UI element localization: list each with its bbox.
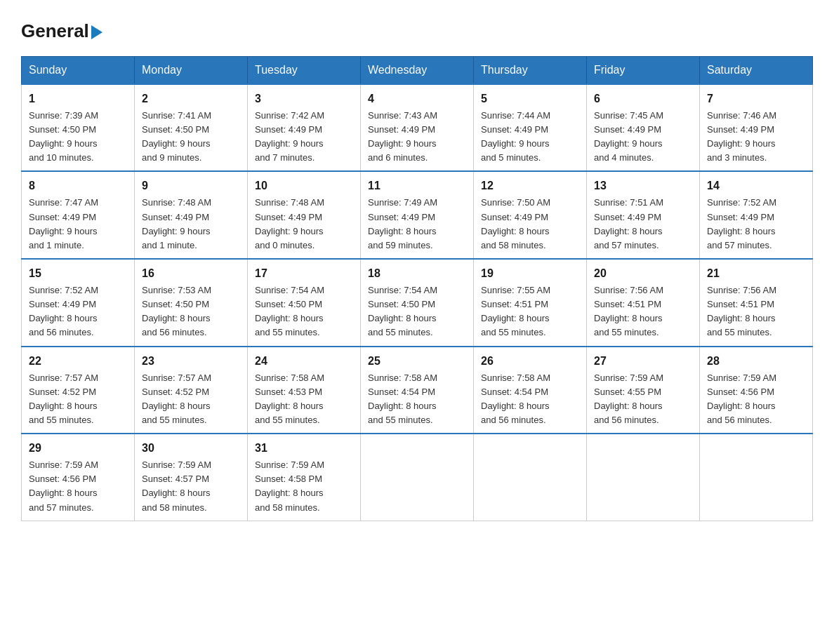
- day-info: Sunrise: 7:56 AM Sunset: 4:51 PM Dayligh…: [707, 283, 805, 340]
- day-number: 3: [255, 90, 353, 107]
- day-info: Sunrise: 7:45 AM Sunset: 4:49 PM Dayligh…: [594, 109, 692, 166]
- day-number: 11: [368, 177, 466, 194]
- day-number: 7: [707, 90, 805, 107]
- day-number: 30: [142, 440, 240, 457]
- page-header: General: [21, 21, 813, 42]
- calendar-day-cell: 11Sunrise: 7:49 AM Sunset: 4:49 PM Dayli…: [361, 171, 474, 259]
- calendar-day-cell: 20Sunrise: 7:56 AM Sunset: 4:51 PM Dayli…: [587, 259, 700, 347]
- day-info: Sunrise: 7:52 AM Sunset: 4:49 PM Dayligh…: [29, 283, 127, 340]
- day-info: Sunrise: 7:54 AM Sunset: 4:50 PM Dayligh…: [368, 283, 466, 340]
- calendar-day-cell: 23Sunrise: 7:57 AM Sunset: 4:52 PM Dayli…: [135, 347, 248, 434]
- day-info: Sunrise: 7:39 AM Sunset: 4:50 PM Dayligh…: [29, 109, 127, 166]
- day-info: Sunrise: 7:48 AM Sunset: 4:49 PM Dayligh…: [255, 196, 353, 253]
- column-header-monday: Monday: [135, 56, 248, 84]
- calendar-day-cell: 25Sunrise: 7:58 AM Sunset: 4:54 PM Dayli…: [361, 347, 474, 434]
- column-header-thursday: Thursday: [474, 56, 587, 84]
- calendar-day-cell: 9Sunrise: 7:48 AM Sunset: 4:49 PM Daylig…: [135, 171, 248, 259]
- logo: General: [21, 21, 102, 42]
- day-info: Sunrise: 7:49 AM Sunset: 4:49 PM Dayligh…: [368, 196, 466, 253]
- calendar-day-cell: 21Sunrise: 7:56 AM Sunset: 4:51 PM Dayli…: [700, 259, 813, 347]
- day-info: Sunrise: 7:50 AM Sunset: 4:49 PM Dayligh…: [481, 196, 579, 253]
- day-info: Sunrise: 7:59 AM Sunset: 4:57 PM Dayligh…: [142, 458, 240, 515]
- day-info: Sunrise: 7:51 AM Sunset: 4:49 PM Dayligh…: [594, 196, 692, 253]
- day-info: Sunrise: 7:43 AM Sunset: 4:49 PM Dayligh…: [368, 109, 466, 166]
- calendar-day-cell: 27Sunrise: 7:59 AM Sunset: 4:55 PM Dayli…: [587, 347, 700, 434]
- day-number: 8: [29, 177, 127, 194]
- calendar-day-cell: 18Sunrise: 7:54 AM Sunset: 4:50 PM Dayli…: [361, 259, 474, 347]
- day-info: Sunrise: 7:59 AM Sunset: 4:55 PM Dayligh…: [594, 371, 692, 428]
- calendar-empty-cell: [474, 434, 587, 521]
- calendar-week-row: 29Sunrise: 7:59 AM Sunset: 4:56 PM Dayli…: [22, 434, 813, 521]
- day-info: Sunrise: 7:53 AM Sunset: 4:50 PM Dayligh…: [142, 283, 240, 340]
- day-number: 22: [29, 353, 127, 370]
- calendar-day-cell: 17Sunrise: 7:54 AM Sunset: 4:50 PM Dayli…: [248, 259, 361, 347]
- calendar-day-cell: 5Sunrise: 7:44 AM Sunset: 4:49 PM Daylig…: [474, 84, 587, 172]
- day-number: 5: [481, 90, 579, 107]
- day-info: Sunrise: 7:58 AM Sunset: 4:54 PM Dayligh…: [368, 371, 466, 428]
- day-number: 27: [594, 353, 692, 370]
- day-info: Sunrise: 7:44 AM Sunset: 4:49 PM Dayligh…: [481, 109, 579, 166]
- day-number: 20: [594, 265, 692, 282]
- calendar-day-cell: 1Sunrise: 7:39 AM Sunset: 4:50 PM Daylig…: [22, 84, 135, 172]
- day-number: 17: [255, 265, 353, 282]
- calendar-week-row: 1Sunrise: 7:39 AM Sunset: 4:50 PM Daylig…: [22, 84, 813, 172]
- day-number: 6: [594, 90, 692, 107]
- calendar-empty-cell: [361, 434, 474, 521]
- day-info: Sunrise: 7:59 AM Sunset: 4:56 PM Dayligh…: [707, 371, 805, 428]
- calendar-day-cell: 3Sunrise: 7:42 AM Sunset: 4:49 PM Daylig…: [248, 84, 361, 172]
- day-number: 1: [29, 90, 127, 107]
- day-info: Sunrise: 7:41 AM Sunset: 4:50 PM Dayligh…: [142, 109, 240, 166]
- day-number: 29: [29, 440, 127, 457]
- calendar-day-cell: 29Sunrise: 7:59 AM Sunset: 4:56 PM Dayli…: [22, 434, 135, 521]
- day-number: 18: [368, 265, 466, 282]
- calendar-day-cell: 4Sunrise: 7:43 AM Sunset: 4:49 PM Daylig…: [361, 84, 474, 172]
- day-number: 21: [707, 265, 805, 282]
- calendar-day-cell: 12Sunrise: 7:50 AM Sunset: 4:49 PM Dayli…: [474, 171, 587, 259]
- calendar-day-cell: 30Sunrise: 7:59 AM Sunset: 4:57 PM Dayli…: [135, 434, 248, 521]
- day-number: 28: [707, 353, 805, 370]
- day-info: Sunrise: 7:46 AM Sunset: 4:49 PM Dayligh…: [707, 109, 805, 166]
- calendar-empty-cell: [700, 434, 813, 521]
- day-number: 24: [255, 353, 353, 370]
- day-info: Sunrise: 7:59 AM Sunset: 4:58 PM Dayligh…: [255, 458, 353, 515]
- calendar-empty-cell: [587, 434, 700, 521]
- calendar-day-cell: 16Sunrise: 7:53 AM Sunset: 4:50 PM Dayli…: [135, 259, 248, 347]
- day-number: 14: [707, 177, 805, 194]
- calendar-day-cell: 2Sunrise: 7:41 AM Sunset: 4:50 PM Daylig…: [135, 84, 248, 172]
- day-info: Sunrise: 7:57 AM Sunset: 4:52 PM Dayligh…: [142, 371, 240, 428]
- column-header-saturday: Saturday: [700, 56, 813, 84]
- calendar-day-cell: 31Sunrise: 7:59 AM Sunset: 4:58 PM Dayli…: [248, 434, 361, 521]
- day-number: 31: [255, 440, 353, 457]
- calendar-day-cell: 24Sunrise: 7:58 AM Sunset: 4:53 PM Dayli…: [248, 347, 361, 434]
- day-info: Sunrise: 7:55 AM Sunset: 4:51 PM Dayligh…: [481, 283, 579, 340]
- day-info: Sunrise: 7:48 AM Sunset: 4:49 PM Dayligh…: [142, 196, 240, 253]
- calendar-day-cell: 6Sunrise: 7:45 AM Sunset: 4:49 PM Daylig…: [587, 84, 700, 172]
- day-info: Sunrise: 7:58 AM Sunset: 4:53 PM Dayligh…: [255, 371, 353, 428]
- calendar-week-row: 8Sunrise: 7:47 AM Sunset: 4:49 PM Daylig…: [22, 171, 813, 259]
- calendar-day-cell: 15Sunrise: 7:52 AM Sunset: 4:49 PM Dayli…: [22, 259, 135, 347]
- day-info: Sunrise: 7:54 AM Sunset: 4:50 PM Dayligh…: [255, 283, 353, 340]
- calendar-day-cell: 14Sunrise: 7:52 AM Sunset: 4:49 PM Dayli…: [700, 171, 813, 259]
- calendar-day-cell: 13Sunrise: 7:51 AM Sunset: 4:49 PM Dayli…: [587, 171, 700, 259]
- day-info: Sunrise: 7:52 AM Sunset: 4:49 PM Dayligh…: [707, 196, 805, 253]
- logo-general: General: [21, 20, 89, 41]
- calendar-table: SundayMondayTuesdayWednesdayThursdayFrid…: [21, 56, 813, 521]
- day-info: Sunrise: 7:59 AM Sunset: 4:56 PM Dayligh…: [29, 458, 127, 515]
- day-info: Sunrise: 7:58 AM Sunset: 4:54 PM Dayligh…: [481, 371, 579, 428]
- day-number: 23: [142, 353, 240, 370]
- day-number: 12: [481, 177, 579, 194]
- column-header-wednesday: Wednesday: [361, 56, 474, 84]
- column-header-tuesday: Tuesday: [248, 56, 361, 84]
- calendar-header-row: SundayMondayTuesdayWednesdayThursdayFrid…: [22, 56, 813, 84]
- day-number: 16: [142, 265, 240, 282]
- calendar-week-row: 22Sunrise: 7:57 AM Sunset: 4:52 PM Dayli…: [22, 347, 813, 434]
- day-number: 13: [594, 177, 692, 194]
- day-number: 19: [481, 265, 579, 282]
- day-info: Sunrise: 7:57 AM Sunset: 4:52 PM Dayligh…: [29, 371, 127, 428]
- calendar-day-cell: 28Sunrise: 7:59 AM Sunset: 4:56 PM Dayli…: [700, 347, 813, 434]
- day-number: 2: [142, 90, 240, 107]
- calendar-day-cell: 8Sunrise: 7:47 AM Sunset: 4:49 PM Daylig…: [22, 171, 135, 259]
- day-number: 15: [29, 265, 127, 282]
- calendar-day-cell: 19Sunrise: 7:55 AM Sunset: 4:51 PM Dayli…: [474, 259, 587, 347]
- day-info: Sunrise: 7:56 AM Sunset: 4:51 PM Dayligh…: [594, 283, 692, 340]
